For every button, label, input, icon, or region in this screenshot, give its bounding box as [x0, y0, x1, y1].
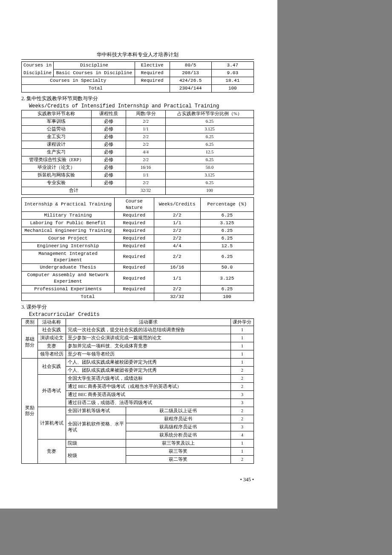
cell: 1/1 [126, 126, 166, 133]
cell: Percentage (%) [200, 198, 254, 212]
cell: 2 [231, 375, 254, 383]
cell: 类别 [22, 319, 38, 326]
cell: Management Integrated Experiment [22, 250, 115, 264]
cell: 获三等奖及以上 [126, 439, 231, 448]
cell: 50.0 [165, 164, 254, 172]
cell: 通过日语二级，或德语、法语等四级考试 [66, 399, 231, 407]
cell: 1 [231, 350, 254, 358]
cell: 活动名称 [38, 319, 66, 326]
cell: Total [22, 293, 154, 301]
cell: 院级 [66, 439, 126, 448]
table-row: 毕业设计（论文）必修16/1650.0 [22, 164, 254, 172]
cell: 完成一次社会实践，提交社会实践的活动总结或调查报告 [66, 326, 231, 334]
cell: 50.0 [200, 264, 254, 272]
cell: 2 [231, 383, 254, 391]
cell: 2/2 [126, 141, 166, 149]
cell: 2/2 [126, 179, 166, 187]
cell: 2/2 [154, 234, 200, 242]
cell: 获二级及以上证书 [126, 407, 231, 415]
cell: Basic Courses in Discipline [54, 69, 135, 77]
table-row: 军事训练必修2/26.25 [22, 118, 254, 126]
cell: 6.25 [165, 118, 254, 126]
table-extracurricular: 类别 活动名称 活动要求 课外学分 基础部分社会实践完成一次社会实践，提交社会实… [21, 318, 254, 464]
cell: Required [135, 69, 170, 77]
table-row: 基础部分社会实践完成一次社会实践，提交社会实践的活动总结或调查报告1 [22, 326, 254, 334]
cell: 6.25 [200, 227, 254, 234]
table-courses-summary: Courses in Discipline Elective 80/5 3.47… [21, 61, 254, 92]
cell: 424/26.5 [170, 77, 211, 85]
cell: 32/32 [154, 293, 200, 301]
cell: 1 [231, 342, 254, 350]
table-row: Mechanical Engineering TrainingRequired2… [22, 227, 254, 234]
cell: 毕业设计（论文） [22, 164, 92, 172]
cell: 1/1 [126, 172, 166, 179]
cell: 拆装机与网络实验 [22, 172, 92, 179]
cell: Discipline [54, 62, 135, 69]
cell: 演讲或论文 [38, 334, 66, 342]
table-row: Computer Assembly and Network Experiment… [22, 272, 254, 286]
cell: 2 [231, 407, 254, 415]
cell: Discipline [22, 69, 54, 77]
cell: 竞赛 [38, 439, 66, 464]
table-row: Total 32/32 100 [22, 293, 254, 301]
table-row: 外语考试全国大学生英语六级考试，成绩达标2 [22, 375, 254, 383]
cell: 必修 [91, 172, 126, 179]
table-row: 竞赛参加并完成一项科技、文化或体育竞赛1 [22, 342, 254, 350]
cell: 必修 [91, 164, 126, 172]
cell: 社会实践 [38, 358, 66, 375]
cell: 获高级程序员证书 [126, 423, 231, 431]
cell: 12.5 [200, 242, 254, 250]
cell: 1 [231, 448, 254, 456]
cell: 6.25 [165, 141, 254, 149]
cell: 占实践教学环节学分比例（%） [165, 110, 254, 118]
cell: 2/2 [154, 227, 200, 234]
cell: Required [115, 227, 154, 234]
cell: Internship & Practical Training [22, 198, 115, 212]
cell: 获二等奖 [126, 456, 231, 464]
cell: 全国计算机软件资格、水平考试 [66, 415, 126, 439]
section3-title-cn: 3. 课外学分 [21, 304, 254, 311]
table-row: Discipline Basic Courses in Discipline R… [22, 69, 254, 77]
cell: Required [115, 234, 154, 242]
cell: Professional Experiments [22, 286, 115, 293]
cell: 6.25 [200, 250, 254, 264]
table-row: Total 2304/144 100 [22, 85, 254, 92]
cell: 参加并完成一项科技、文化或体育竞赛 [66, 342, 231, 350]
cell: Courses in [22, 62, 54, 69]
cell: 获程序员证书 [126, 415, 231, 423]
cell: 领导者经历 [38, 350, 66, 358]
cell: Laboring for Public Benefit [22, 219, 115, 227]
header-rule [21, 59, 254, 60]
cell: 2 [231, 415, 254, 423]
cell: 32/32 [126, 187, 166, 195]
table-row: 金工实习必修2/26.25 [22, 133, 254, 141]
cell: 活动要求 [66, 319, 231, 326]
cell: Mechanical Engineering Training [22, 227, 115, 234]
cell: 208/13 [170, 69, 211, 77]
cell: 军事训练 [22, 118, 92, 126]
cell: 3.125 [200, 272, 254, 286]
cell: Required [135, 77, 170, 85]
cell: 必修 [91, 126, 126, 133]
cell: Elective [135, 62, 170, 69]
cell: 16/16 [154, 264, 200, 272]
cell: 6.25 [165, 156, 254, 164]
cell: 必修 [91, 156, 126, 164]
cell: 全国大学生英语六级考试，成绩达标 [66, 375, 231, 383]
cell: Undergraduate Thesis [22, 264, 115, 272]
cell: 6.25 [200, 211, 254, 219]
cell: 100 [165, 187, 254, 195]
cell: 获系统分析员证书 [126, 431, 231, 439]
cell: 3 [231, 399, 254, 407]
cell: 周数/学分 [126, 110, 166, 118]
cell: 3 [231, 423, 254, 431]
cell: 专业实验 [22, 179, 92, 187]
cell: 2 [231, 456, 254, 464]
cell: 公益劳动 [22, 126, 92, 133]
section2-title-cn: 2. 集中性实践教学环节周数与学分 [21, 95, 254, 102]
cell: 3 [231, 391, 254, 399]
table-row: Internship & Practical Training Course N… [22, 198, 254, 212]
table-row: 领导者经历至少有一年领导者经历1 [22, 350, 254, 358]
table-row: 公益劳动必修1/13.125 [22, 126, 254, 133]
cell: 竞赛 [38, 342, 66, 350]
